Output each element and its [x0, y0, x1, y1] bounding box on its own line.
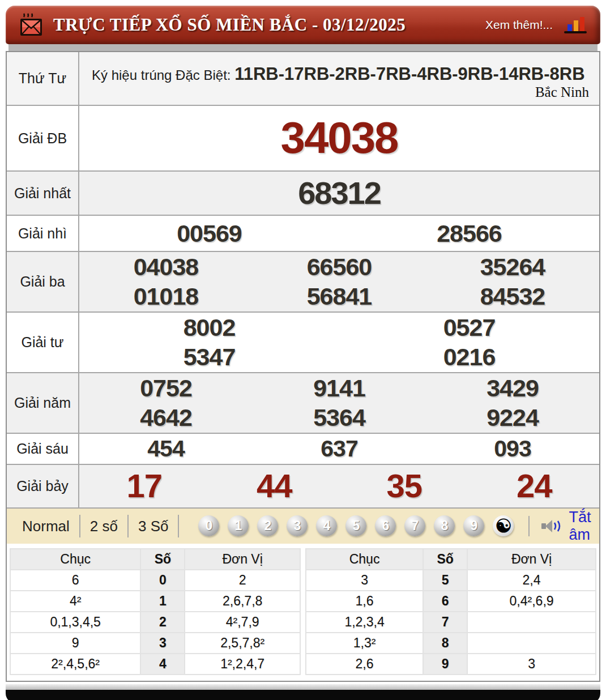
digit-ball-8[interactable]: 8: [434, 515, 455, 536]
speaker-icon: [541, 517, 564, 535]
table-row: 4² 1 2,6,7,8: [10, 591, 300, 612]
prize-label: Giải năm: [7, 373, 79, 433]
cell-donvi: 0,4²,6,9: [467, 591, 596, 612]
province-label: Bắc Ninh: [535, 84, 589, 100]
results-frame: Thứ Tư Ký hiệu trúng Đặc Biệt: 11RB-17RB…: [6, 51, 600, 682]
prize-number: 454: [79, 434, 253, 463]
control-divider: [528, 516, 530, 536]
table-row: 1,3² 8: [306, 633, 596, 654]
table-header-row: Chục Số Đơn Vị: [10, 549, 300, 570]
prize-number: 34038: [79, 111, 599, 165]
prize-number: 637: [253, 434, 426, 463]
cell-chuc: 1,3²: [306, 633, 423, 654]
digit-ball-3[interactable]: 3: [287, 515, 308, 536]
prize-number: 01018: [79, 281, 253, 311]
prize-row-second: Giải nhì 00569 28566: [7, 215, 599, 251]
table-row: 2,6 9 3: [306, 654, 596, 675]
cell-chuc: 2²,4,5,6²: [10, 654, 140, 675]
prize-number: 66560: [253, 252, 426, 281]
table-row: 1,6 6 0,4²,6,9: [306, 591, 596, 612]
prize-row-fourth: Giải tư 8002 0527 5347 0216: [7, 311, 599, 372]
see-more-link[interactable]: Xem thêm!...: [485, 18, 553, 32]
digit-ball-9[interactable]: 9: [463, 515, 484, 536]
prize-number: 3429: [426, 373, 599, 403]
digit-ball-0[interactable]: 0: [198, 515, 219, 536]
header-bar: TRỰC TIẾP XỔ SỐ MIỀN BẮC - 03/12/2025 Xe…: [6, 6, 600, 44]
summary-table-left: Chục Số Đơn Vị 6 0 2 4² 1 2,6,7,8 0,1,3,…: [10, 548, 301, 675]
digit-ball-7[interactable]: 7: [404, 515, 425, 536]
cell-so: 6: [423, 591, 467, 612]
divider-bar: [8, 44, 598, 51]
cell-donvi: 2,4: [467, 570, 596, 591]
prize-number: 24: [470, 466, 600, 506]
prize-number: 4642: [79, 403, 253, 432]
page-title: TRỰC TIẾP XỔ SỐ MIỀN BẮC - 03/12/2025: [53, 15, 406, 35]
symbol-label: Ký hiệu trúng Đặc Biệt:: [92, 67, 231, 83]
bar-chart-icon[interactable]: [563, 15, 588, 35]
prize-number: 00569: [79, 219, 339, 248]
prize-row-third: Giải ba 04038 66560 35264 01018 56841 84…: [7, 251, 599, 311]
cell-chuc: 3: [306, 570, 423, 591]
cell-so: 5: [423, 570, 467, 591]
cell-donvi: 1²,2,4,7: [185, 654, 300, 675]
prize-number: 44: [210, 466, 340, 506]
control-bar: Normal 2 số 3 Số 0 1 2 3 4 5 6 7 8 9 ☯: [7, 507, 599, 544]
cell-chuc: 9: [10, 633, 140, 654]
mode-3-so[interactable]: 3 Số: [129, 515, 180, 537]
day-label: Thứ Tư: [7, 52, 79, 105]
table-row: 1,2,3,4 7: [306, 612, 596, 633]
prize-label: Giải tư: [7, 313, 79, 372]
prize-number: 35264: [426, 252, 599, 281]
prize-number: 68312: [79, 174, 599, 212]
cell-donvi: 2,5,7,8²: [185, 633, 300, 654]
symbol-cell: Ký hiệu trúng Đặc Biệt: 11RB-17RB-2RB-7R…: [79, 52, 599, 105]
cell-chuc: 4²: [10, 591, 140, 612]
digit-ball-4[interactable]: 4: [316, 515, 337, 536]
mute-button[interactable]: Tắt âm: [541, 509, 594, 544]
summary-section: Chục Số Đơn Vị 6 0 2 4² 1 2,6,7,8 0,1,3,…: [7, 544, 599, 681]
prize-row-first: Giải nhất 68312: [7, 170, 599, 215]
prize-number: 5364: [253, 403, 426, 432]
prize-label: Giải nhất: [7, 172, 79, 215]
mute-label: Tắt âm: [569, 509, 594, 544]
prize-row-seventh: Giải bảy 17 44 35 24: [7, 464, 599, 507]
digit-ball-6[interactable]: 6: [375, 515, 396, 536]
digit-ball-2[interactable]: 2: [257, 515, 278, 536]
table-row: 9 3 2,5,7,8²: [10, 633, 300, 654]
cell-so: 3: [140, 633, 185, 654]
yinyang-icon[interactable]: ☯: [493, 515, 514, 536]
prize-number: 0216: [339, 342, 599, 372]
digit-balls: 0 1 2 3 4 5 6 7 8 9 ☯: [198, 515, 514, 536]
digit-ball-5[interactable]: 5: [345, 515, 366, 536]
table-row: 2²,4,5,6² 4 1²,2,4,7: [10, 654, 300, 675]
cell-so: 8: [423, 633, 467, 654]
prize-number: 093: [426, 434, 599, 463]
prize-label: Giải ĐB: [7, 106, 79, 170]
cell-donvi: [467, 633, 596, 654]
prize-label: Giải sáu: [7, 434, 79, 464]
footer-gray-strip: [6, 684, 600, 690]
page-footer: [6, 684, 600, 700]
table-row: 6 0 2: [10, 570, 300, 591]
cell-donvi: [467, 612, 596, 633]
col-header-donvi: Đơn Vị: [467, 549, 596, 570]
col-header-donvi: Đơn Vị: [185, 549, 300, 570]
prize-row-special: Giải ĐB 34038: [7, 105, 599, 170]
footer-black-bar: [6, 690, 600, 700]
mode-normal[interactable]: Normal: [12, 515, 80, 537]
prize-number: 17: [79, 466, 210, 506]
prize-label: Giải bảy: [7, 465, 79, 507]
page: TRỰC TIẾP XỔ SỐ MIỀN BẮC - 03/12/2025 Xe…: [6, 6, 600, 700]
cell-chuc: 2,6: [306, 654, 423, 675]
summary-table-right: Chục Số Đơn Vị 3 5 2,4 1,6 6 0,4²,6,9 1,…: [305, 548, 596, 675]
table-row: 0,1,3,4,5 2 4²,7,9: [10, 612, 300, 633]
mode-2-so[interactable]: 2 số: [80, 515, 129, 537]
prize-number: 04038: [79, 252, 253, 281]
cell-so: 9: [423, 654, 467, 675]
envelope-icon: [18, 11, 44, 39]
digit-ball-1[interactable]: 1: [228, 515, 249, 536]
cell-donvi: 3: [467, 654, 596, 675]
cell-donvi: 4²,7,9: [185, 612, 300, 633]
col-header-so: Số: [140, 549, 185, 570]
cell-so: 2: [140, 612, 185, 633]
